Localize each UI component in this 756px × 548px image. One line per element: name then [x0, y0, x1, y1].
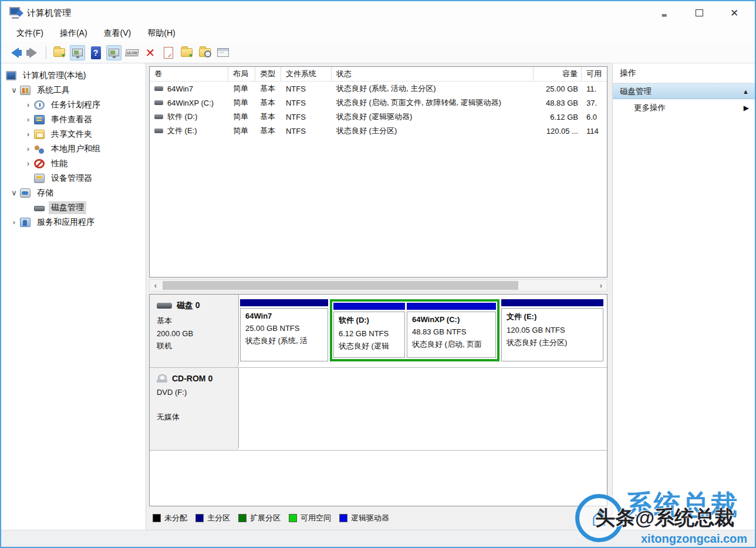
chevron-right-icon[interactable]: › [8, 218, 20, 226]
chevron-right-icon[interactable]: › [22, 130, 34, 138]
toolbar: ? ULTIM ✕ [1, 42, 755, 63]
column-header-capacity[interactable]: 容量 [534, 67, 582, 81]
tree-item-label: 事件查看器 [49, 113, 95, 126]
search-folder-icon[interactable] [197, 45, 212, 60]
back-icon[interactable] [7, 45, 22, 60]
tree-item-disk-management[interactable]: 磁盘管理 [1, 200, 146, 215]
tree-item-task-scheduler[interactable]: › 任务计划程序 [1, 97, 146, 112]
volume-free: 6.0 [582, 113, 604, 121]
table-row[interactable]: 64WinXP (C:) 简单 基本 NTFS 状态良好 (启动, 页面文件, … [150, 96, 607, 110]
disk0-label[interactable]: 磁盘 0 基本 200.00 GB 联机 [150, 295, 239, 367]
partition-64winxp-c[interactable]: 64WinXP (C:) 48.83 GB NTFS 状态良好 (启动, 页面 [407, 303, 496, 358]
forward-icon[interactable] [25, 45, 41, 60]
delete-icon[interactable]: ✕ [143, 45, 158, 60]
tree-item-shared-folders[interactable]: › 共享文件夹 [1, 127, 146, 141]
open-folder-icon[interactable] [52, 45, 67, 60]
chevron-right-icon[interactable]: › [22, 144, 34, 153]
minimize-icon[interactable]: ▃ [656, 6, 671, 19]
tree-item-event-viewer[interactable]: › 事件查看器 [1, 112, 146, 127]
partition-64win7[interactable]: 64Win7 25.00 GB NTFS 状态良好 (系统, 活 [240, 299, 328, 361]
tree-item-services-applications[interactable]: › 服务和应用程序 [1, 215, 146, 229]
tree-item-system-tools[interactable]: ∨ 系统工具 [1, 83, 146, 97]
partition-status: 状态良好 (主分区) [507, 337, 598, 348]
volume-capacity: 48.83 GB [534, 99, 582, 107]
menu-help[interactable]: 帮助(H) [140, 26, 182, 41]
tree-item-label: 服务和应用程序 [35, 216, 97, 229]
scroll-right-icon[interactable]: › [595, 281, 607, 290]
volume-type: 基本 [255, 111, 281, 122]
partition-size: 6.12 GB NTFS [339, 329, 400, 338]
legend-item: 扩展分区 [238, 513, 281, 523]
actions-section-disk-management[interactable]: 磁盘管理 ▲ [613, 83, 755, 99]
partition-size: 25.00 GB NTFS [245, 324, 323, 333]
column-header-type[interactable]: 类型 [255, 67, 281, 81]
cdrom-label[interactable]: CD-ROM 0 DVD (F:) 无媒体 [150, 368, 239, 450]
partition-status: 状态良好 (系统, 活 [245, 336, 323, 346]
properties-icon[interactable] [215, 45, 231, 60]
legend-label: 未分配 [164, 513, 187, 523]
console-tree-icon[interactable] [106, 45, 122, 60]
table-row[interactable]: 64Win7 简单 基本 NTFS 状态良好 (系统, 活动, 主分区) 25.… [150, 82, 607, 96]
table-row[interactable]: 文件 (E:) 简单 基本 NTFS 状态良好 (主分区) 120.05 ...… [150, 124, 607, 138]
refresh-folder-icon[interactable] [179, 45, 194, 60]
volume-name: 软件 (D:) [167, 111, 197, 122]
partition-files-e[interactable]: 文件 (E:) 120.05 GB NTFS 状态良好 (主分区) [501, 299, 603, 361]
column-header-filesystem[interactable]: 文件系统 [281, 67, 332, 81]
system-tools-icon [20, 86, 31, 95]
help-icon[interactable]: ? [88, 45, 103, 60]
chevron-right-icon[interactable]: › [22, 115, 34, 124]
close-icon[interactable]: ✕ [727, 6, 742, 19]
chevron-down-icon[interactable]: ∨ [8, 188, 20, 197]
volume-status: 状态良好 (系统, 活动, 主分区) [332, 83, 534, 94]
chevron-right-icon[interactable]: › [22, 159, 34, 168]
tree-item-local-users-groups[interactable]: › 本地用户和组 [1, 141, 146, 156]
volume-type: 基本 [255, 126, 281, 136]
volume-free: 11. [582, 84, 604, 93]
chevron-right-icon[interactable]: › [22, 100, 34, 109]
column-header-volume[interactable]: 卷 [150, 67, 228, 81]
menu-view[interactable]: 查看(V) [97, 26, 139, 41]
tree-item-storage[interactable]: ∨ 存储 [1, 185, 146, 200]
menu-bar: 文件(F) 操作(A) 查看(V) 帮助(H) [1, 25, 755, 42]
collapse-icon[interactable]: ▲ [743, 88, 749, 95]
partition-software-d[interactable]: 软件 (D:) 6.12 GB NTFS 状态良好 (逻辑 [333, 303, 405, 358]
scrollbar-track[interactable] [161, 280, 595, 291]
export-list-icon[interactable]: ULTIM [124, 45, 140, 60]
menu-file[interactable]: 文件(F) [9, 26, 50, 41]
disk-size: 200.00 GB [157, 329, 232, 338]
scroll-left-icon[interactable]: ‹ [150, 281, 161, 290]
column-header-free[interactable]: 可用 [582, 67, 604, 81]
tree-item-label: 存储 [35, 187, 56, 199]
partition-status: 状态良好 (逻辑 [339, 341, 400, 351]
volume-fs: NTFS [281, 99, 332, 107]
volume-icon [154, 114, 163, 119]
report-icon[interactable] [161, 45, 176, 60]
legend-swatch-logical [339, 514, 347, 522]
disk-management-icon [34, 206, 45, 211]
console-window-icon[interactable] [70, 45, 85, 60]
maximize-icon[interactable] [691, 6, 707, 19]
tree-item-device-manager[interactable]: 设备管理器 [1, 171, 146, 185]
table-row[interactable]: 软件 (D:) 简单 基本 NTFS 状态良好 (逻辑驱动器) 6.12 GB … [150, 110, 607, 124]
legend-item: 主分区 [195, 513, 230, 523]
more-actions-item[interactable]: 更多操作 ▶ [613, 99, 755, 117]
column-header-status[interactable]: 状态 [332, 67, 534, 81]
cdrom-drive: DVD (F:) [157, 388, 232, 397]
status-bar [1, 530, 755, 545]
column-header-layout[interactable]: 布局 [228, 67, 255, 81]
partition-strip: 64Win7 25.00 GB NTFS 状态良好 (系统, 活 软件 (D:) [239, 295, 607, 367]
tree-item-performance[interactable]: › 性能 [1, 156, 146, 171]
partition-legend: 未分配 主分区 扩展分区 可用空间 逻辑驱动器 [149, 506, 608, 530]
tree-item-computer-management[interactable]: 计算机管理(本地) [1, 68, 146, 83]
services-applications-icon [20, 218, 31, 227]
partition-name: 软件 (D:) [339, 315, 400, 326]
tree-item-label: 共享文件夹 [49, 128, 95, 141]
middle-pane: 卷 布局 类型 文件系统 状态 容量 可用 64Win7 简单 基本 NTFS … [146, 63, 610, 530]
disk-name: 磁盘 0 [177, 300, 200, 311]
chevron-down-icon[interactable]: ∨ [8, 86, 20, 94]
horizontal-scrollbar[interactable]: ‹ › [149, 279, 608, 292]
volume-status: 状态良好 (启动, 页面文件, 故障转储, 逻辑驱动器) [332, 97, 534, 108]
tree-item-label: 任务计划程序 [49, 99, 103, 111]
menu-action[interactable]: 操作(A) [53, 26, 95, 41]
scrollbar-thumb[interactable] [163, 281, 518, 290]
